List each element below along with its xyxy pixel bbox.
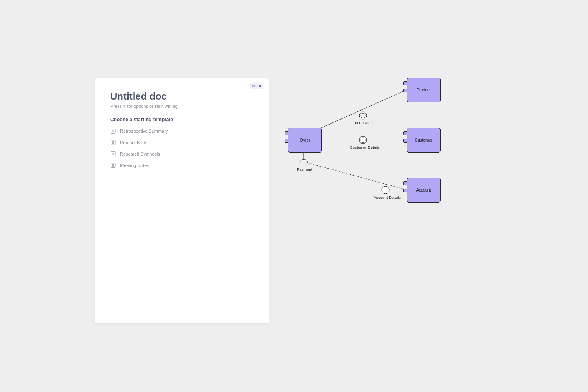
template-item-product-brief[interactable]: Product Brief bbox=[110, 140, 254, 145]
doc-title[interactable]: Untitled doc bbox=[110, 91, 254, 102]
edge-label-account-details: Account Details bbox=[374, 195, 401, 200]
template-label: Research Synthesis bbox=[120, 151, 160, 156]
diagram-canvas: Order Product Customer Account Item Code… bbox=[285, 78, 448, 208]
diagram-node-product[interactable]: Product bbox=[407, 78, 441, 102]
svg-line-23 bbox=[308, 163, 407, 190]
template-heading: Choose a starting template bbox=[110, 117, 254, 122]
node-label: Account bbox=[416, 188, 431, 192]
node-label: Product bbox=[416, 88, 430, 92]
template-label: Meeting Notes bbox=[120, 163, 149, 168]
document-icon bbox=[110, 151, 116, 157]
doc-card: BETA Untitled doc Press '/' for options … bbox=[95, 78, 269, 323]
svg-point-24 bbox=[382, 186, 389, 194]
edge-label-item-code: Item Code bbox=[355, 120, 373, 125]
diagram-node-order[interactable]: Order bbox=[288, 128, 322, 153]
template-label: Product Brief bbox=[120, 140, 146, 145]
edge-label-payment: Payment bbox=[297, 167, 312, 172]
diagram-node-customer[interactable]: Customer bbox=[407, 128, 441, 153]
diagram-node-account[interactable]: Account bbox=[407, 178, 441, 203]
template-item-meeting-notes[interactable]: Meeting Notes bbox=[110, 163, 254, 168]
template-item-retrospective[interactable]: Retrospective Summary bbox=[110, 128, 254, 134]
document-icon bbox=[110, 128, 116, 134]
document-icon bbox=[110, 163, 116, 168]
template-label: Retrospective Summary bbox=[120, 129, 168, 134]
document-icon bbox=[110, 140, 116, 145]
doc-hint: Press '/' for options or start writing bbox=[110, 104, 254, 109]
node-label: Customer bbox=[415, 138, 432, 143]
edge-label-customer-details: Customer Details bbox=[350, 145, 380, 149]
template-item-research-synthesis[interactable]: Research Synthesis bbox=[110, 151, 254, 157]
beta-badge: BETA bbox=[250, 83, 263, 89]
node-label: Order bbox=[300, 138, 310, 143]
